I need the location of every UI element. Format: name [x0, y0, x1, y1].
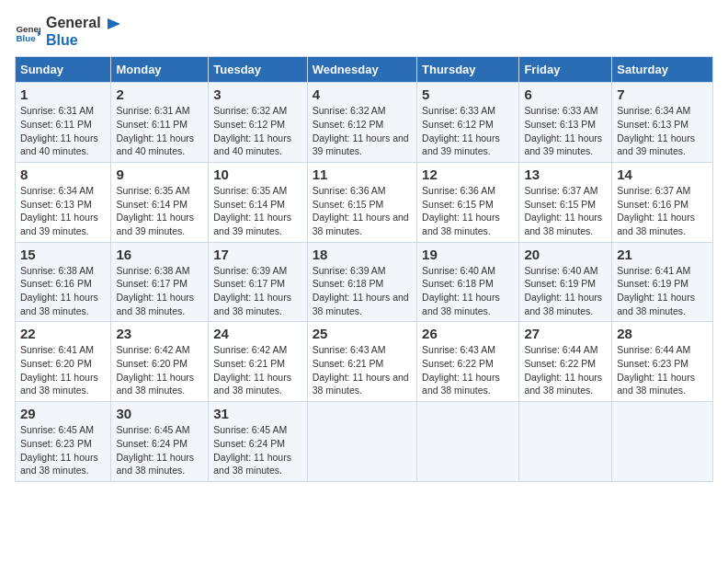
day-number: 25	[313, 326, 412, 341]
calendar-cell: 27Sunrise: 6:44 AMSunset: 6:22 PMDayligh…	[519, 322, 612, 402]
calendar-cell	[612, 402, 713, 482]
calendar-week-1: 1Sunrise: 6:31 AMSunset: 6:11 PMDaylight…	[16, 83, 713, 163]
calendar-cell: 24Sunrise: 6:42 AMSunset: 6:21 PMDayligh…	[209, 322, 307, 402]
calendar-cell: 12Sunrise: 6:36 AMSunset: 6:15 PMDayligh…	[417, 162, 519, 242]
calendar-cell: 21Sunrise: 6:41 AMSunset: 6:19 PMDayligh…	[612, 242, 713, 322]
logo-icon: General Blue	[15, 19, 40, 45]
day-info: Sunrise: 6:41 AMSunset: 6:19 PMDaylight:…	[617, 264, 708, 318]
day-number: 16	[116, 247, 203, 262]
calendar-cell: 13Sunrise: 6:37 AMSunset: 6:15 PMDayligh…	[519, 162, 612, 242]
day-number: 24	[213, 326, 301, 341]
day-number: 2	[116, 86, 203, 102]
day-info: Sunrise: 6:42 AMSunset: 6:20 PMDaylight:…	[116, 343, 203, 397]
calendar-cell: 9Sunrise: 6:35 AMSunset: 6:14 PMDaylight…	[111, 162, 209, 242]
calendar-cell: 29Sunrise: 6:45 AMSunset: 6:23 PMDayligh…	[16, 402, 111, 482]
day-number: 19	[422, 247, 514, 262]
day-number: 14	[617, 167, 708, 182]
day-number: 13	[524, 167, 607, 182]
day-info: Sunrise: 6:45 AMSunset: 6:24 PMDaylight:…	[213, 423, 301, 477]
day-info: Sunrise: 6:31 AMSunset: 6:11 PMDaylight:…	[116, 104, 203, 158]
calendar-table: SundayMondayTuesdayWednesdayThursdayFrid…	[15, 56, 713, 482]
day-number: 11	[313, 167, 412, 182]
day-number: 31	[213, 406, 301, 421]
day-info: Sunrise: 6:36 AMSunset: 6:15 PMDaylight:…	[422, 184, 514, 238]
header-day-saturday: Saturday	[612, 57, 713, 83]
day-number: 27	[524, 326, 607, 341]
calendar-cell: 26Sunrise: 6:43 AMSunset: 6:22 PMDayligh…	[417, 322, 519, 402]
logo-arrow-icon	[106, 16, 122, 32]
logo-general: General	[46, 15, 101, 30]
day-info: Sunrise: 6:33 AMSunset: 6:13 PMDaylight:…	[524, 104, 607, 158]
day-info: Sunrise: 6:38 AMSunset: 6:17 PMDaylight:…	[116, 264, 203, 318]
header-day-friday: Friday	[519, 57, 612, 83]
day-info: Sunrise: 6:37 AMSunset: 6:15 PMDaylight:…	[524, 184, 607, 238]
calendar-cell: 16Sunrise: 6:38 AMSunset: 6:17 PMDayligh…	[111, 242, 209, 322]
calendar-cell: 17Sunrise: 6:39 AMSunset: 6:17 PMDayligh…	[209, 242, 307, 322]
day-number: 1	[20, 86, 106, 102]
calendar-body: 1Sunrise: 6:31 AMSunset: 6:11 PMDaylight…	[16, 83, 713, 482]
day-number: 29	[20, 406, 106, 421]
calendar-week-5: 29Sunrise: 6:45 AMSunset: 6:23 PMDayligh…	[16, 402, 713, 482]
day-number: 9	[116, 167, 203, 182]
day-number: 7	[617, 86, 708, 102]
day-info: Sunrise: 6:31 AMSunset: 6:11 PMDaylight:…	[20, 104, 106, 158]
calendar-cell: 19Sunrise: 6:40 AMSunset: 6:18 PMDayligh…	[417, 242, 519, 322]
day-number: 20	[524, 247, 607, 262]
calendar-cell	[519, 402, 612, 482]
day-info: Sunrise: 6:35 AMSunset: 6:14 PMDaylight:…	[213, 184, 301, 238]
day-info: Sunrise: 6:37 AMSunset: 6:16 PMDaylight:…	[617, 184, 708, 238]
day-number: 18	[313, 247, 412, 262]
day-info: Sunrise: 6:34 AMSunset: 6:13 PMDaylight:…	[617, 104, 708, 158]
day-number: 22	[20, 326, 106, 341]
day-info: Sunrise: 6:44 AMSunset: 6:22 PMDaylight:…	[524, 343, 607, 397]
calendar-cell	[417, 402, 519, 482]
calendar-cell: 23Sunrise: 6:42 AMSunset: 6:20 PMDayligh…	[111, 322, 209, 402]
day-number: 17	[213, 247, 301, 262]
calendar-cell: 6Sunrise: 6:33 AMSunset: 6:13 PMDaylight…	[519, 83, 612, 163]
calendar-cell: 30Sunrise: 6:45 AMSunset: 6:24 PMDayligh…	[111, 402, 209, 482]
header-day-monday: Monday	[111, 57, 209, 83]
calendar-cell: 3Sunrise: 6:32 AMSunset: 6:12 PMDaylight…	[209, 83, 307, 163]
calendar-cell: 8Sunrise: 6:34 AMSunset: 6:13 PMDaylight…	[16, 162, 111, 242]
calendar-week-3: 15Sunrise: 6:38 AMSunset: 6:16 PMDayligh…	[16, 242, 713, 322]
calendar-cell: 1Sunrise: 6:31 AMSunset: 6:11 PMDaylight…	[16, 83, 111, 163]
day-number: 15	[20, 247, 106, 262]
day-info: Sunrise: 6:43 AMSunset: 6:21 PMDaylight:…	[313, 343, 412, 397]
calendar-week-2: 8Sunrise: 6:34 AMSunset: 6:13 PMDaylight…	[16, 162, 713, 242]
header-day-tuesday: Tuesday	[209, 57, 307, 83]
calendar-cell: 7Sunrise: 6:34 AMSunset: 6:13 PMDaylight…	[612, 83, 713, 163]
day-number: 6	[524, 86, 607, 102]
day-number: 28	[617, 326, 708, 341]
header-day-wednesday: Wednesday	[307, 57, 416, 83]
calendar-header-row: SundayMondayTuesdayWednesdayThursdayFrid…	[16, 57, 713, 83]
day-number: 4	[313, 86, 412, 102]
page-header: General Blue General Blue	[15, 15, 713, 49]
day-info: Sunrise: 6:45 AMSunset: 6:23 PMDaylight:…	[20, 423, 106, 477]
day-info: Sunrise: 6:36 AMSunset: 6:15 PMDaylight:…	[313, 184, 412, 238]
day-number: 5	[422, 86, 514, 102]
logo-blue: Blue	[46, 32, 122, 49]
day-info: Sunrise: 6:38 AMSunset: 6:16 PMDaylight:…	[20, 264, 106, 318]
day-info: Sunrise: 6:32 AMSunset: 6:12 PMDaylight:…	[213, 104, 301, 158]
calendar-cell: 18Sunrise: 6:39 AMSunset: 6:18 PMDayligh…	[307, 242, 416, 322]
calendar-cell: 22Sunrise: 6:41 AMSunset: 6:20 PMDayligh…	[16, 322, 111, 402]
day-number: 26	[422, 326, 514, 341]
calendar-cell: 25Sunrise: 6:43 AMSunset: 6:21 PMDayligh…	[307, 322, 416, 402]
day-number: 8	[20, 167, 106, 182]
day-info: Sunrise: 6:40 AMSunset: 6:19 PMDaylight:…	[524, 264, 607, 318]
day-info: Sunrise: 6:33 AMSunset: 6:12 PMDaylight:…	[422, 104, 514, 158]
day-number: 30	[116, 406, 203, 421]
header-day-thursday: Thursday	[417, 57, 519, 83]
day-number: 23	[116, 326, 203, 341]
day-number: 21	[617, 247, 708, 262]
day-info: Sunrise: 6:44 AMSunset: 6:23 PMDaylight:…	[617, 343, 708, 397]
day-info: Sunrise: 6:39 AMSunset: 6:17 PMDaylight:…	[213, 264, 301, 318]
calendar-week-4: 22Sunrise: 6:41 AMSunset: 6:20 PMDayligh…	[16, 322, 713, 402]
day-info: Sunrise: 6:43 AMSunset: 6:22 PMDaylight:…	[422, 343, 514, 397]
calendar-cell: 14Sunrise: 6:37 AMSunset: 6:16 PMDayligh…	[612, 162, 713, 242]
calendar-cell: 28Sunrise: 6:44 AMSunset: 6:23 PMDayligh…	[612, 322, 713, 402]
day-info: Sunrise: 6:42 AMSunset: 6:21 PMDaylight:…	[213, 343, 301, 397]
day-info: Sunrise: 6:41 AMSunset: 6:20 PMDaylight:…	[20, 343, 106, 397]
calendar-cell: 10Sunrise: 6:35 AMSunset: 6:14 PMDayligh…	[209, 162, 307, 242]
svg-text:Blue: Blue	[16, 32, 36, 42]
